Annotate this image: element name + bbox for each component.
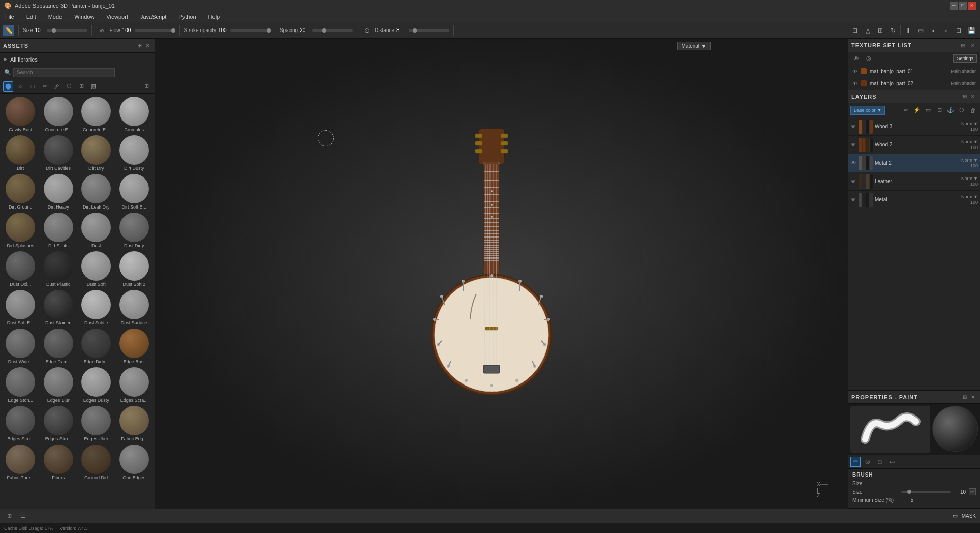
asset-item[interactable]: Edges Stro...	[40, 405, 77, 442]
maximize-button[interactable]: □	[959, 2, 967, 10]
viewport-tool-3[interactable]: ⊞	[875, 25, 886, 36]
layer-eye-leather[interactable]: 👁	[850, 179, 856, 184]
asset-item[interactable]: Dirt Heavy	[40, 173, 77, 211]
canvas-area[interactable]: Material ▼	[155, 39, 848, 509]
asset-item[interactable]: Dust Surface	[116, 289, 153, 327]
asset-item[interactable]: Fabric Edg...	[116, 405, 153, 442]
distance-slider[interactable]	[409, 29, 449, 32]
asset-item[interactable]: Dust Subtle	[78, 289, 115, 327]
asset-item[interactable]: Dirt Spots	[40, 212, 77, 249]
asset-item[interactable]: Dirt Ground	[2, 173, 39, 211]
layer-anchor-btn[interactable]: ⚓	[945, 105, 956, 115]
layers-close-btn[interactable]: ✕	[969, 93, 977, 101]
layer-item-metal[interactable]: 👁 Metal Norm ▼ 100	[848, 191, 980, 209]
props-close-btn[interactable]: ✕	[969, 393, 977, 401]
viewport-tool-1[interactable]: ⊡	[849, 25, 861, 36]
texture-set-eye-btn[interactable]: 👁	[851, 54, 861, 63]
asset-item[interactable]: Dust Dirty	[116, 212, 153, 249]
asset-item[interactable]: Edge Rust	[116, 328, 153, 365]
menu-viewport[interactable]: Viewport	[104, 13, 130, 21]
pause-btn[interactable]: ⏸	[902, 25, 913, 36]
layer-paint-btn[interactable]: ✏	[901, 105, 911, 115]
stroke-opacity-slider[interactable]	[230, 29, 271, 32]
assets-close-btn[interactable]: ✕	[143, 42, 151, 50]
asset-item[interactable]: Concrete E...	[40, 96, 77, 133]
asset-item[interactable]: Dust Wide...	[2, 328, 39, 365]
layer-mask-btn[interactable]: ▭	[923, 105, 933, 115]
layers-expand-btn[interactable]: ⊞	[961, 93, 969, 101]
asset-item[interactable]: Dirt Cavities	[40, 134, 77, 172]
base-color-btn[interactable]: Base color ▼	[850, 106, 885, 115]
asset-item[interactable]: Dust Ocl...	[2, 250, 39, 288]
layer-eye-metal[interactable]: 👁	[850, 197, 856, 202]
viewport-tool-2[interactable]: △	[862, 25, 873, 36]
props-erase-mode-btn[interactable]: ◎	[863, 457, 873, 467]
asset-item[interactable]: Edges Scra...	[116, 366, 153, 404]
close-button[interactable]: ✕	[968, 2, 976, 10]
menu-help[interactable]: Help	[206, 13, 222, 21]
asset-item[interactable]: Fibers	[40, 443, 77, 481]
bottom-grid-btn[interactable]: ⊞	[4, 511, 14, 521]
layer-item-wood2[interactable]: 👁 Wood 2 Norm ▼ 100	[848, 136, 980, 154]
asset-item[interactable]: Dirt Dry	[78, 134, 115, 172]
filter-grid-btn[interactable]: ⊞	[76, 81, 86, 92]
asset-item[interactable]: Edge Dam...	[40, 328, 77, 365]
save-btn[interactable]: 💾	[966, 25, 977, 36]
assets-expand-btn[interactable]: ⊞	[135, 42, 143, 50]
asset-item[interactable]: Dust Soft E...	[2, 289, 39, 327]
asset-item[interactable]: Dust Soft	[78, 250, 115, 288]
asset-item[interactable]: Dirt Leak Dry	[78, 173, 115, 211]
menu-mode[interactable]: Mode	[46, 13, 65, 21]
asset-item[interactable]: Edge Dirty...	[78, 328, 115, 365]
asset-item[interactable]: Edge Ston...	[2, 366, 39, 404]
menu-window[interactable]: Window	[72, 13, 96, 21]
paint-tool-btn[interactable]: ✏️	[3, 25, 14, 36]
asset-item[interactable]: Dust Stained	[40, 289, 77, 327]
viewport-mode-1[interactable]: ▭	[915, 25, 926, 36]
asset-item[interactable]: Cavity Rust	[2, 96, 39, 133]
minimize-button[interactable]: ─	[950, 2, 958, 10]
asset-item[interactable]: Crumples	[116, 96, 153, 133]
props-clone-mode-btn[interactable]: ▭	[887, 457, 897, 467]
asset-item[interactable]: Edges Stro...	[2, 405, 39, 442]
filter-pen-btn[interactable]: 🖊	[52, 81, 62, 92]
asset-item[interactable]: Dust	[78, 212, 115, 249]
filter-circle-btn[interactable]: ○	[15, 81, 25, 92]
texture-set-eye2-btn[interactable]: ◎	[864, 54, 873, 63]
props-expand-btn[interactable]: ⊞	[961, 393, 969, 401]
asset-item[interactable]: Dirt Dusty	[116, 134, 153, 172]
material-dropdown[interactable]: Material ▼	[677, 42, 711, 50]
layer-item-metal2[interactable]: 👁 Metal 2 Norm ▼ 100	[848, 154, 980, 172]
texture-set-settings-btn[interactable]: Settings	[953, 54, 977, 63]
texture-set-close-btn[interactable]: ✕	[969, 41, 977, 49]
props-smudge-mode-btn[interactable]: □	[875, 457, 885, 467]
flow-icon[interactable]: ≋	[96, 25, 107, 36]
layer-fx-btn[interactable]: ⚡	[912, 105, 922, 115]
viewport-mode-2[interactable]: ▪	[928, 25, 939, 36]
asset-item[interactable]: Edges Uber	[78, 405, 115, 442]
viewport-mode-3[interactable]: ▫	[940, 25, 952, 36]
flow-slider[interactable]	[135, 29, 175, 32]
layer-fill-btn[interactable]: ⊡	[934, 105, 944, 115]
asset-item[interactable]: Dust Soft 2	[116, 250, 153, 288]
menu-file[interactable]: File	[3, 13, 16, 21]
asset-item[interactable]: Fabric Thre...	[2, 443, 39, 481]
size-slider[interactable]	[47, 29, 87, 32]
layer-bake-btn[interactable]: ⬡	[957, 105, 967, 115]
filter-sphere-btn[interactable]: ⬤	[3, 81, 13, 92]
menu-python[interactable]: Python	[176, 13, 198, 21]
layer-eye-wood2[interactable]: 👁	[850, 142, 856, 147]
asset-item[interactable]: Edges Dusty	[78, 366, 115, 404]
brush-size-slider[interactable]	[901, 491, 951, 493]
texture-set-expand-btn[interactable]: ⊞	[959, 41, 967, 49]
props-paint-mode-btn[interactable]: ✏	[850, 457, 861, 467]
brush-size-edit-btn[interactable]: ✏	[969, 488, 976, 495]
asset-item[interactable]: Gun Edges	[116, 443, 153, 481]
bottom-list-btn[interactable]: ☰	[18, 511, 28, 521]
layer-item-leather[interactable]: 👁 Leather Norm ▼ 100	[848, 172, 980, 191]
filter-pencil-btn[interactable]: ✏	[40, 81, 50, 92]
asset-item[interactable]: Dirt Splashes	[2, 212, 39, 249]
layer-eye-wood3[interactable]: 👁	[850, 124, 856, 129]
spacing-slider[interactable]	[312, 29, 353, 32]
asset-item[interactable]: Edges Blur	[40, 366, 77, 404]
